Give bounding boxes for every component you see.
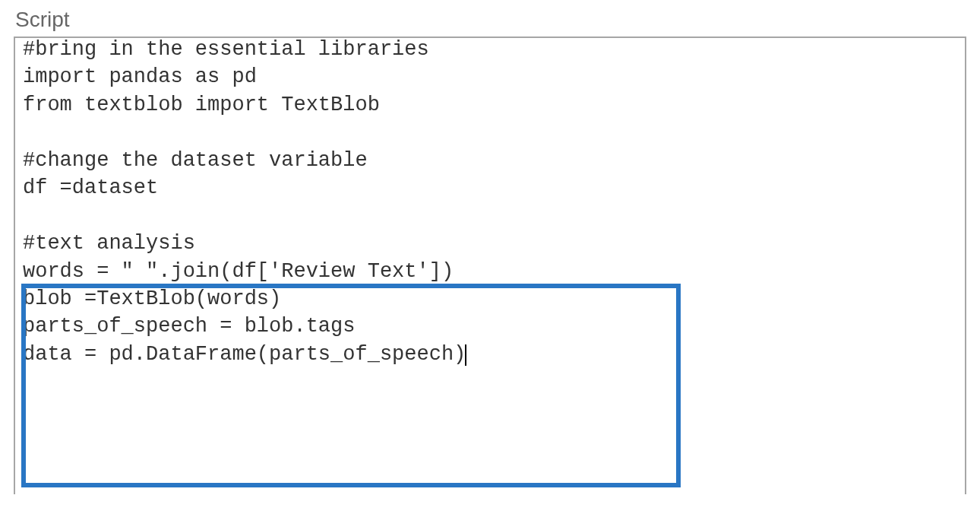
code-line: df =dataset: [23, 176, 158, 199]
code-line: words = " ".join(df['Review Text']): [23, 260, 454, 283]
code-line: #bring in the essential libraries: [23, 38, 429, 61]
code-line: #text analysis: [23, 232, 195, 255]
panel-title: Script: [15, 8, 966, 32]
code-line: #change the dataset variable: [23, 149, 368, 172]
code-line: data = pd.DataFrame(parts_of_speech): [23, 343, 466, 366]
code-line: from textblob import TextBlob: [23, 94, 380, 116]
code-content[interactable]: #bring in the essential libraries import…: [15, 36, 965, 377]
code-line: blob =TextBlob(words): [23, 287, 281, 310]
code-line: import pandas as pd: [23, 65, 257, 88]
text-cursor: [465, 344, 466, 366]
code-line: parts_of_speech = blob.tags: [23, 315, 355, 338]
script-editor[interactable]: # dataset holds the input data for this …: [14, 36, 966, 494]
